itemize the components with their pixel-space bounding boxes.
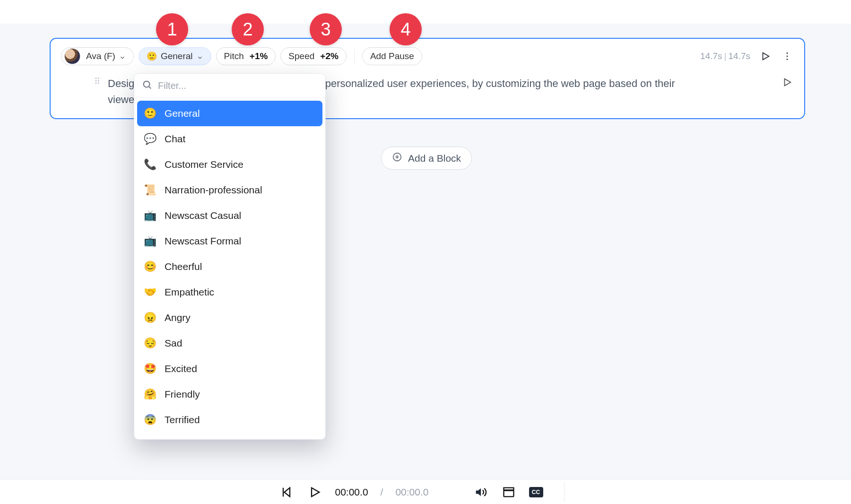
style-option[interactable]: 😨Terrified bbox=[137, 407, 322, 433]
style-option[interactable]: 📺Newscast Casual bbox=[137, 203, 322, 228]
style-option-icon: 📞 bbox=[144, 158, 156, 171]
add-block-button[interactable]: Add a Block bbox=[381, 147, 472, 170]
divider bbox=[354, 49, 355, 63]
style-option-label: Angry bbox=[165, 312, 191, 323]
svg-marker-0 bbox=[763, 53, 769, 60]
style-option-icon: 😊 bbox=[144, 261, 156, 273]
style-option-label: General bbox=[165, 108, 200, 119]
skip-back-button[interactable] bbox=[278, 484, 295, 500]
avatar bbox=[64, 48, 80, 64]
style-option-icon: 📺 bbox=[144, 235, 156, 247]
style-option[interactable]: 💬Chat bbox=[137, 126, 322, 152]
svg-marker-4 bbox=[785, 79, 791, 86]
style-option-icon: 😔 bbox=[144, 337, 156, 349]
search-icon bbox=[142, 79, 152, 92]
style-option-label: Sad bbox=[165, 338, 182, 349]
style-option-icon: 🤗 bbox=[144, 388, 156, 400]
style-option-icon: 🤝 bbox=[144, 286, 156, 298]
play-line-button[interactable] bbox=[781, 76, 794, 89]
chevron-down-icon bbox=[197, 53, 203, 60]
time-current: 00:00.0 bbox=[335, 487, 368, 498]
style-option-icon: 📜 bbox=[144, 184, 156, 196]
svg-marker-12 bbox=[312, 488, 319, 497]
callout-4: 4 bbox=[390, 13, 422, 45]
style-emoji-icon: 🙂 bbox=[147, 51, 157, 61]
dropdown-filter-input[interactable] bbox=[158, 80, 318, 91]
style-option-icon: 😠 bbox=[144, 312, 156, 324]
play-button[interactable] bbox=[307, 484, 323, 500]
voice-selector[interactable]: Ava (F) bbox=[61, 47, 134, 65]
style-option-label: Excited bbox=[165, 363, 197, 374]
style-option-label: Chat bbox=[165, 133, 185, 145]
volume-button[interactable] bbox=[472, 484, 488, 500]
add-pause-button[interactable]: Add Pause bbox=[362, 47, 422, 65]
chevron-down-icon bbox=[119, 53, 126, 60]
svg-point-3 bbox=[787, 59, 788, 60]
svg-rect-14 bbox=[504, 491, 513, 497]
callout-1: 1 bbox=[156, 13, 188, 45]
svg-line-6 bbox=[149, 87, 151, 88]
style-option-icon: 💬 bbox=[144, 133, 156, 145]
style-option-label: Narration-professional bbox=[165, 184, 262, 196]
divider bbox=[564, 482, 564, 502]
svg-point-5 bbox=[144, 81, 150, 87]
clapper-icon[interactable] bbox=[501, 484, 517, 500]
svg-point-1 bbox=[787, 52, 788, 54]
speed-label: Speed bbox=[288, 51, 314, 61]
style-option[interactable]: 📜Narration-professional bbox=[137, 177, 322, 203]
drag-handle-icon[interactable]: ⠿ bbox=[94, 78, 101, 84]
svg-marker-15 bbox=[504, 488, 513, 490]
block-toolbar: Ava (F) 🙂 General Pitch +1% Speed +2% bbox=[61, 47, 794, 65]
style-option-label: Terrified bbox=[165, 414, 200, 426]
callout-3: 3 bbox=[310, 13, 342, 45]
time-readout: 14.7s|14.7s bbox=[700, 51, 750, 61]
style-option[interactable]: 📺Newscast Formal bbox=[137, 228, 322, 254]
time-duration: 00:00.0 bbox=[395, 487, 428, 498]
callout-2: 2 bbox=[232, 13, 264, 45]
speed-value: +2% bbox=[320, 51, 339, 61]
style-option[interactable]: 🤩Excited bbox=[137, 356, 322, 382]
style-dropdown: 🙂General💬Chat📞Customer Service📜Narration… bbox=[134, 73, 326, 440]
style-option-icon: 😨 bbox=[144, 414, 156, 426]
style-option[interactable]: 📞Customer Service bbox=[137, 152, 322, 177]
pitch-value: +1% bbox=[250, 51, 268, 61]
style-option-icon: 📺 bbox=[144, 209, 156, 222]
dropdown-search bbox=[134, 74, 325, 98]
style-label: General bbox=[161, 51, 193, 61]
style-option-icon: 🤩 bbox=[144, 363, 156, 375]
style-option-label: Empathetic bbox=[165, 287, 214, 298]
style-option[interactable]: 😔Sad bbox=[137, 330, 322, 356]
svg-point-2 bbox=[787, 56, 788, 57]
speed-control[interactable]: Speed +2% bbox=[280, 47, 347, 65]
style-option-label: Newscast Casual bbox=[165, 210, 241, 221]
block-more-button[interactable] bbox=[781, 50, 794, 63]
style-option[interactable]: 🤝Empathetic bbox=[137, 279, 322, 305]
style-option-label: Friendly bbox=[165, 389, 200, 400]
dropdown-list[interactable]: 🙂General💬Chat📞Customer Service📜Narration… bbox=[134, 98, 325, 439]
style-option-label: Newscast Formal bbox=[165, 235, 241, 247]
style-option-label: Cheerful bbox=[165, 261, 202, 272]
plus-circle-icon bbox=[392, 152, 402, 165]
style-option[interactable]: 😠Angry bbox=[137, 305, 322, 330]
svg-marker-10 bbox=[284, 488, 290, 497]
style-option[interactable]: 🤗Friendly bbox=[137, 382, 322, 407]
player-bar: 00:00.0 / 00:00.0 CC bbox=[0, 479, 851, 504]
pitch-control[interactable]: Pitch +1% bbox=[216, 47, 276, 65]
style-option[interactable]: 🙂General bbox=[137, 101, 322, 126]
cc-toggle[interactable]: CC bbox=[529, 487, 543, 497]
style-option-icon: 🙂 bbox=[144, 107, 156, 120]
style-option[interactable]: 😊Cheerful bbox=[137, 254, 322, 279]
play-block-button[interactable] bbox=[759, 50, 772, 63]
style-option-label: Customer Service bbox=[165, 159, 243, 170]
style-selector[interactable]: 🙂 General bbox=[139, 47, 211, 65]
svg-marker-13 bbox=[476, 488, 481, 496]
pitch-label: Pitch bbox=[224, 51, 244, 61]
voice-name: Ava (F) bbox=[86, 51, 115, 61]
